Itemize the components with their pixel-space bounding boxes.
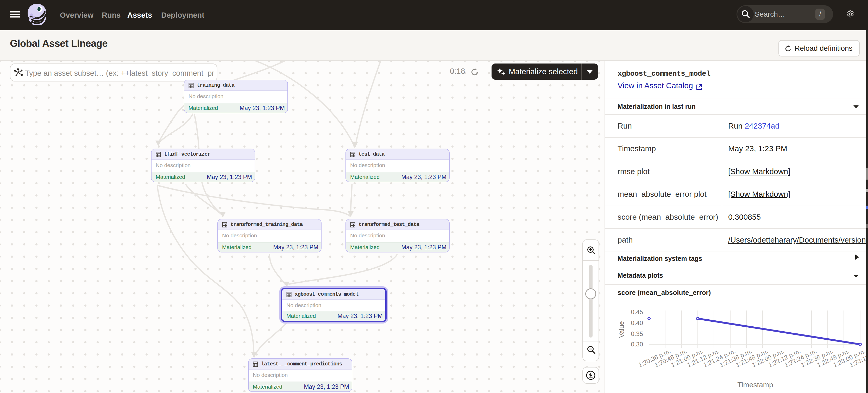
svg-text:0.40: 0.40 xyxy=(631,319,643,326)
svg-text:Timestamp: Timestamp xyxy=(737,381,773,389)
svg-text:0.35: 0.35 xyxy=(631,330,643,337)
svg-text:Value: Value xyxy=(618,321,625,338)
svg-text:0.45: 0.45 xyxy=(631,308,643,316)
svg-text:0.30: 0.30 xyxy=(631,341,643,348)
